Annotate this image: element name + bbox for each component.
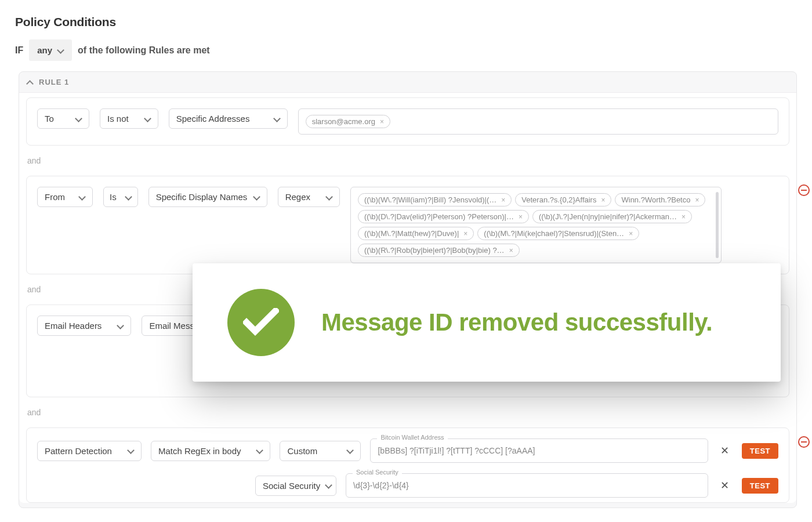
chip-remove-icon[interactable]: × (695, 196, 699, 204)
field-select-value: From (45, 192, 65, 202)
chevron-down-icon (118, 323, 124, 329)
chip: ((\b)(M\.?|Matt(hew)?|Duve)|× (358, 227, 474, 240)
remove-pattern-button[interactable]: ✕ (717, 478, 733, 493)
pattern-preset-select-custom[interactable]: Custom (280, 441, 361, 461)
chevron-down-icon (58, 48, 64, 53)
chip-remove-icon[interactable]: × (463, 230, 467, 238)
chevron-down-icon (254, 194, 260, 200)
condition-card: To Is not Specific Addresses slarson@acm… (26, 97, 789, 146)
and-operator: and (19, 402, 796, 423)
chevron-down-icon (327, 194, 332, 200)
condition-card: From Is Specific Display Names Regex (26, 176, 789, 274)
comparator-select-is[interactable]: Is (103, 187, 138, 207)
if-suffix: of the following Rules are met (78, 45, 210, 56)
chevron-down-icon (145, 116, 151, 122)
matchtype-value: Specific Display Names (156, 192, 248, 202)
chevron-down-icon (347, 448, 353, 454)
chip-text: ((\b)(R\.?|Rob(by|bie|ert)?|Bob(by|bie) … (364, 246, 505, 255)
field-select-from[interactable]: From (37, 187, 93, 207)
success-toast: Message ID removed successfully. (193, 263, 781, 382)
chip: ((\b)(W\.?|Will(iam)?|Bill) ?Jensvold)|(… (358, 193, 512, 206)
chip-text: ((\b)(M\.?|Matt(hew)?|Duve)| (364, 229, 459, 238)
matchtype-select-addresses[interactable]: Specific Addresses (169, 108, 288, 129)
chevron-down-icon (274, 116, 280, 122)
chip-remove-icon[interactable]: × (501, 196, 505, 204)
matchtype-select-displaynames[interactable]: Specific Display Names (148, 187, 267, 207)
addresses-chips-field[interactable]: slarson@acme.org × (298, 108, 778, 135)
field-select-headers[interactable]: Email Headers (37, 316, 131, 336)
matchtype-value: Specific Addresses (176, 114, 250, 124)
chip: slarson@acme.org × (306, 115, 390, 128)
chip-remove-icon[interactable]: × (380, 118, 384, 126)
comparator-value: Match RegEx in body (158, 446, 241, 456)
preset-value: Custom (287, 446, 317, 456)
section-title: Policy Conditions (15, 15, 797, 29)
check-circle-icon (227, 289, 295, 356)
chip: ((\b)(J\.?|Jen(n|ny|nie|nifer)?|Ackerman… (532, 210, 692, 223)
chevron-down-icon (126, 194, 132, 200)
chip-text: Veteran.?s.{0,2}Affairs (521, 195, 596, 204)
field-select-pattern[interactable]: Pattern Detection (37, 441, 142, 461)
remove-condition-button[interactable] (798, 436, 810, 448)
chip-text: ((\b)(W\.?|Will(iam)?|Bill) ?Jensvold)|(… (364, 195, 496, 204)
chip: Winn.?Worth.?Betco× (615, 193, 705, 206)
chevron-down-icon (326, 483, 329, 488)
toast-text: Message ID removed successfully. (321, 309, 712, 336)
mode-select-regex[interactable]: Regex (278, 187, 340, 207)
chip-text: Winn.?Worth.?Betco (621, 195, 690, 204)
logic-selector[interactable]: any (29, 39, 72, 61)
chip-remove-icon[interactable]: × (682, 213, 686, 221)
remove-condition-button[interactable] (798, 184, 810, 196)
chip: ((\b)(R\.?|Rob(by|bie|ert)?|Bob(by|bie) … (358, 244, 520, 257)
comparator-select-matchbody[interactable]: Match RegEx in body (151, 441, 271, 461)
chevron-up-icon (27, 79, 33, 85)
field-select-value: Email Headers (45, 321, 102, 331)
logic-selector-value: any (37, 45, 52, 55)
chevron-down-icon (128, 448, 134, 454)
chip-remove-icon[interactable]: × (509, 246, 513, 255)
chip-remove-icon[interactable]: × (601, 196, 605, 204)
if-condition-line: IF any of the following Rules are met (15, 39, 797, 61)
chip-remove-icon[interactable]: × (519, 213, 523, 221)
chip-text: ((\b)(M\.?|Mi(ke|chael)?|Stensrud)|(Sten… (484, 229, 624, 238)
chip: Veteran.?s.{0,2}Affairs× (515, 193, 611, 206)
and-operator: and (19, 150, 796, 171)
remove-pattern-button[interactable]: ✕ (717, 443, 733, 458)
chevron-down-icon (76, 116, 82, 122)
field-select-value: Pattern Detection (45, 446, 112, 456)
pattern-preset-select-ssn[interactable]: Social Security (255, 476, 336, 496)
chip-text: ((\b)(J\.?|Jen(n|ny|nie|nifer)?|Ackerman… (539, 212, 677, 221)
chevron-down-icon (79, 194, 85, 200)
rule-header[interactable]: RULE 1 (19, 72, 796, 92)
chip-remove-icon[interactable]: × (629, 230, 633, 238)
mode-value: Regex (285, 192, 310, 202)
pattern-label: Bitcoin Wallet Address (377, 434, 447, 441)
comparator-value: Is not (107, 114, 129, 124)
chip-text: ((\b)(D\.?|Dav(elid)?|Peterson) ?Peterso… (364, 212, 514, 221)
comparator-value: Is (110, 192, 117, 202)
field-select-to[interactable]: To (37, 108, 89, 129)
comparator-select-isnot[interactable]: Is not (100, 108, 158, 129)
test-button[interactable]: TEST (742, 478, 778, 494)
condition-card: Pattern Detection Match RegEx in body Cu… (26, 427, 789, 503)
preset-value: Social Security (263, 481, 320, 491)
chevron-down-icon (257, 448, 263, 454)
chip: ((\b)(M\.?|Mi(ke|chael)?|Stensrud)|(Sten… (477, 227, 639, 240)
pattern-label: Social Security (353, 469, 402, 476)
test-button[interactable]: TEST (742, 443, 778, 459)
if-label: IF (15, 45, 23, 56)
field-select-value: To (45, 114, 54, 124)
chip-text: slarson@acme.org (312, 117, 375, 126)
comparator-value: Email Mess (149, 321, 194, 331)
pattern-input-bitcoin[interactable] (370, 438, 708, 463)
rule-title: RULE 1 (39, 78, 69, 86)
pattern-input-ssn[interactable] (346, 473, 708, 498)
chip: ((\b)(D\.?|Dav(elid)?|Peterson) ?Peterso… (358, 210, 529, 223)
regex-chips-field[interactable]: ((\b)(W\.?|Will(iam)?|Bill) ?Jensvold)|(… (350, 187, 722, 263)
